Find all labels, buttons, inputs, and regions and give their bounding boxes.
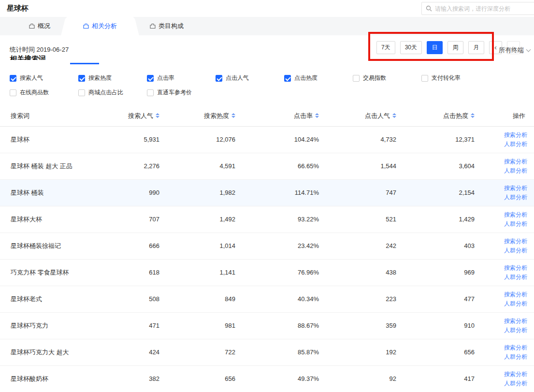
crowd-analysis-link[interactable]: 人群分析: [483, 352, 527, 362]
date-btn-month[interactable]: 月: [468, 41, 484, 54]
checkbox-icon[interactable]: [216, 75, 222, 82]
tab-related-analysis[interactable]: 相关分析: [67, 17, 133, 35]
sort-icon[interactable]: [315, 113, 319, 118]
search-heat-cell: 1,014: [168, 232, 244, 259]
checkbox-icon[interactable]: [147, 89, 154, 96]
click-heat-cell: 12,371: [405, 126, 483, 153]
keyword-cell: 巧克力杯 零食星球杯: [0, 259, 92, 286]
col-header-label: 搜索人气: [128, 112, 153, 119]
search-analysis-link[interactable]: 搜索分析: [483, 184, 527, 193]
crowd-analysis-link[interactable]: 人群分析: [483, 193, 527, 202]
click-heat-cell: 2,154: [405, 179, 483, 206]
keyword-cell: 星球杯 桶装: [0, 179, 92, 206]
action-cell: 搜索分析 人群分析: [483, 153, 534, 179]
crowd-analysis-link[interactable]: 人群分析: [483, 273, 527, 282]
date-btn-30d[interactable]: 30天: [400, 41, 422, 54]
checkbox-label: 点击热度: [294, 74, 318, 82]
chevron-down-icon: [526, 47, 531, 52]
checkbox-icon[interactable]: [10, 75, 16, 82]
search-popularity-cell: 424: [92, 339, 168, 365]
col-header-click-rate[interactable]: 点击率: [244, 106, 328, 126]
search-popularity-cell: 618: [92, 259, 168, 286]
keyword-cell: 星球杯巧克力: [0, 312, 92, 339]
search-popularity-cell: 666: [92, 232, 168, 259]
col-header-search-popularity[interactable]: 搜索人气: [92, 106, 168, 126]
search-analysis-link[interactable]: 搜索分析: [483, 317, 527, 326]
keyword-table: 搜索词 搜索人气 搜索热度 点击率 点击人气 点击热度 操作 星球杯 5,931…: [0, 106, 534, 392]
action-cell: 搜索分析 人群分析: [483, 232, 534, 259]
crowd-analysis-link[interactable]: 人群分析: [483, 166, 527, 175]
tab-category-composition[interactable]: 类目构成: [133, 17, 200, 35]
click-popularity-cell: 192: [328, 339, 405, 365]
keyword-cell: 星球杯: [0, 126, 92, 153]
search-analysis-link[interactable]: 搜索分析: [483, 263, 527, 273]
checkbox-icon[interactable]: [78, 75, 85, 82]
search-analysis-link[interactable]: 搜索分析: [483, 237, 527, 246]
filter-checkbox-item[interactable]: 点击率: [147, 74, 216, 82]
search-analysis-link[interactable]: 搜索分析: [483, 210, 527, 219]
click-rate-cell: 66.65%: [244, 153, 328, 179]
date-btn-week[interactable]: 周: [447, 41, 463, 54]
checkbox-icon[interactable]: [353, 75, 360, 82]
search-analysis-link[interactable]: 搜索分析: [483, 157, 527, 166]
filter-checkbox-item[interactable]: 搜索热度: [78, 74, 147, 82]
filter-checkbox-item[interactable]: 在线商品数: [10, 88, 78, 97]
search-popularity-cell: 2,276: [92, 153, 168, 179]
sort-icon[interactable]: [231, 113, 235, 118]
search-heat-cell: 12,076: [168, 126, 244, 153]
filter-checkbox-item[interactable]: 支付转化率: [421, 74, 490, 82]
crowd-analysis-link[interactable]: 人群分析: [483, 379, 527, 388]
keyword-cell: 星球杯巧克力大 超大: [0, 339, 92, 365]
search-analysis-link[interactable]: 搜索分析: [483, 370, 527, 379]
search-heat-cell: 4,591: [168, 153, 244, 179]
date-btn-day[interactable]: 日: [427, 41, 443, 54]
filter-checkbox-item[interactable]: 点击人气: [216, 74, 284, 82]
checkbox-icon[interactable]: [284, 75, 291, 82]
checkbox-icon[interactable]: [421, 75, 428, 82]
col-header-search-heat[interactable]: 搜索热度: [168, 106, 244, 126]
checkbox-label: 点击人气: [226, 74, 249, 82]
search-heat-cell: 849: [168, 286, 244, 312]
crowd-analysis-link[interactable]: 人群分析: [483, 140, 527, 149]
action-cell: 搜索分析 人群分析: [483, 179, 534, 206]
click-rate-cell: 88.67%: [244, 312, 328, 339]
col-header-actions: 操作: [483, 106, 534, 126]
subtab-related-keywords[interactable]: 相关搜索词: [10, 54, 46, 60]
crowd-analysis-link[interactable]: 人群分析: [483, 326, 527, 335]
checkbox-label: 交易指数: [363, 74, 386, 82]
table-row: 星球杯酸奶杯 382 656 49.37% 92 417 搜索分析 人群分析: [0, 365, 534, 392]
sort-icon[interactable]: [156, 113, 159, 118]
filter-checkbox-item[interactable]: 交易指数: [353, 74, 421, 82]
search-input[interactable]: [435, 5, 531, 12]
search-box[interactable]: [421, 2, 534, 15]
checkbox-icon[interactable]: [147, 75, 154, 82]
filter-checkbox-item[interactable]: 商城点击占比: [78, 88, 147, 97]
col-header-click-popularity[interactable]: 点击人气: [328, 106, 405, 126]
sort-icon[interactable]: [471, 113, 475, 118]
sort-icon[interactable]: [392, 113, 396, 118]
filter-checkbox-item[interactable]: 搜索人气: [10, 74, 78, 82]
checkbox-icon[interactable]: [10, 89, 16, 96]
search-heat-cell: 1,141: [168, 259, 244, 286]
crowd-analysis-link[interactable]: 人群分析: [483, 219, 527, 229]
click-popularity-cell: 223: [328, 286, 405, 312]
tab-overview[interactable]: 概况: [13, 17, 67, 35]
keyword-cell: 星球杯大杯: [0, 206, 92, 232]
terminal-label: 所有终端: [499, 46, 524, 55]
col-header-label: 操作: [513, 112, 525, 119]
filter-checkbox-item[interactable]: 点击热度: [284, 74, 353, 82]
checkbox-label: 直通车参考价: [157, 88, 192, 97]
search-analysis-link[interactable]: 搜索分析: [483, 290, 527, 299]
search-analysis-link[interactable]: 搜索分析: [483, 131, 527, 140]
crowd-analysis-link[interactable]: 人群分析: [483, 299, 527, 308]
search-analysis-link[interactable]: 搜索分析: [483, 343, 527, 352]
col-header-click-heat[interactable]: 点击热度: [405, 106, 483, 126]
click-rate-cell: 40.34%: [244, 286, 328, 312]
action-cell: 搜索分析 人群分析: [483, 365, 534, 392]
terminal-selector[interactable]: 所有终端: [499, 46, 530, 55]
filter-checkbox-item[interactable]: 直通车参考价: [147, 88, 216, 97]
date-btn-7d[interactable]: 7天: [376, 41, 395, 54]
crowd-analysis-link[interactable]: 人群分析: [483, 246, 527, 255]
click-popularity-cell: 438: [328, 259, 405, 286]
checkbox-icon[interactable]: [78, 89, 85, 96]
